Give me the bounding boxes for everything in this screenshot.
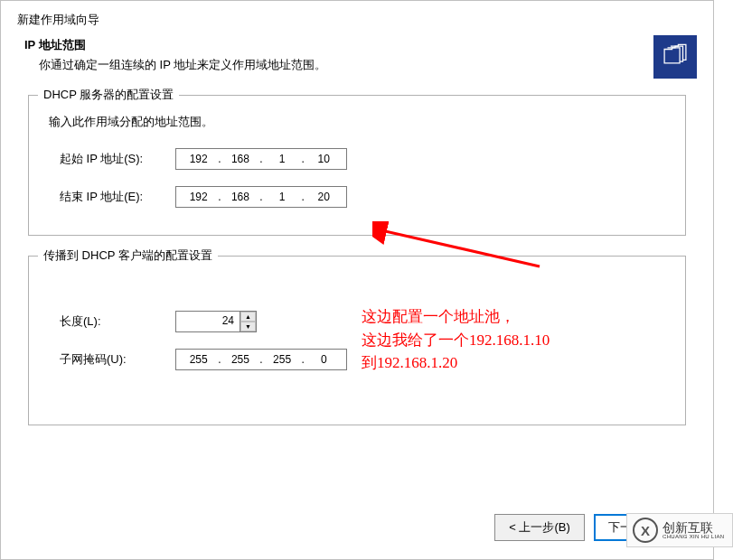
ip-dot: . (218, 153, 221, 165)
ip-dot: . (302, 191, 305, 203)
ip-octet[interactable]: 168 (226, 191, 255, 203)
end-ip-row: 结束 IP 地址(E): 192 . 168 . 1 . 20 (49, 186, 665, 208)
ip-dot: . (218, 191, 221, 203)
dhcp-client-fieldset: 传播到 DHCP 客户端的配置设置 长度(L): 24 ▲ ▼ 子网掩码(U):… (28, 256, 686, 425)
ip-dot: . (302, 153, 305, 165)
start-ip-row: 起始 IP 地址(S): 192 . 168 . 1 . 10 (49, 148, 665, 170)
files-icon (660, 42, 691, 72)
dhcp-server-description: 输入此作用域分配的地址范围。 (49, 114, 665, 130)
dhcp-server-legend: DHCP 服务器的配置设置 (38, 87, 179, 103)
logo-mark: X (633, 518, 658, 543)
content-area: DHCP 服务器的配置设置 输入此作用域分配的地址范围。 起始 IP 地址(S)… (1, 86, 713, 454)
ip-octet[interactable]: 1 (268, 191, 296, 203)
ip-octet[interactable]: 1 (268, 153, 296, 165)
ip-octet[interactable]: 168 (226, 153, 255, 165)
ip-octet[interactable]: 192 (184, 191, 213, 203)
ip-octet[interactable]: 255 (226, 353, 255, 366)
ip-dot: . (302, 353, 305, 366)
length-spinner[interactable]: 24 ▲ ▼ (175, 311, 257, 332)
start-ip-input[interactable]: 192 . 168 . 1 . 10 (175, 148, 347, 170)
ip-octet[interactable]: 0 (309, 353, 338, 366)
start-ip-label: 起始 IP 地址(S): (49, 151, 175, 167)
spinner-down-button[interactable]: ▼ (240, 322, 256, 331)
wizard-title: 新建作用域向导 (17, 12, 697, 28)
ip-dot: . (259, 191, 262, 203)
back-button[interactable]: < 上一步(B) (494, 514, 585, 541)
logo-text-wrap: 创新互联 CHUANG XIN HU LIAN (663, 521, 724, 539)
ip-octet[interactable]: 255 (268, 353, 296, 366)
length-input[interactable]: 24 (175, 311, 240, 332)
length-label: 长度(L): (49, 313, 175, 330)
ip-octet[interactable]: 10 (309, 153, 338, 165)
logo-text-bottom: CHUANG XIN HU LIAN (663, 534, 724, 539)
wizard-window: 新建作用域向导 IP 地址范围 你通过确定一组连续的 IP 地址来定义作用域地址… (0, 0, 714, 560)
ip-octet[interactable]: 20 (309, 191, 338, 203)
mask-row: 子网掩码(U): 255 . 255 . 255 . 0 (49, 349, 665, 370)
length-row: 长度(L): 24 ▲ ▼ (49, 311, 665, 332)
section-title: IP 地址范围 (17, 37, 697, 53)
spinner-buttons: ▲ ▼ (240, 311, 257, 332)
mask-input[interactable]: 255 . 255 . 255 . 0 (175, 349, 347, 370)
wizard-icon (653, 35, 697, 79)
end-ip-label: 结束 IP 地址(E): (49, 189, 175, 205)
ip-octet[interactable]: 255 (184, 353, 213, 366)
ip-dot: . (259, 353, 262, 366)
dhcp-server-fieldset: DHCP 服务器的配置设置 输入此作用域分配的地址范围。 起始 IP 地址(S)… (28, 95, 686, 236)
logo-text-top: 创新互联 (663, 521, 724, 534)
end-ip-input[interactable]: 192 . 168 . 1 . 20 (175, 186, 347, 208)
dhcp-client-legend: 传播到 DHCP 客户端的配置设置 (38, 247, 218, 264)
ip-octet[interactable]: 192 (184, 153, 213, 165)
mask-label: 子网掩码(U): (49, 351, 175, 368)
section-subtitle: 你通过确定一组连续的 IP 地址来定义作用域地址范围。 (17, 57, 697, 73)
ip-dot: . (259, 153, 262, 165)
ip-dot: . (218, 353, 221, 366)
spinner-up-button[interactable]: ▲ (240, 312, 256, 322)
wizard-header: 新建作用域向导 IP 地址范围 你通过确定一组连续的 IP 地址来定义作用域地址… (1, 1, 713, 86)
brand-logo: X 创新互联 CHUANG XIN HU LIAN (626, 513, 733, 547)
